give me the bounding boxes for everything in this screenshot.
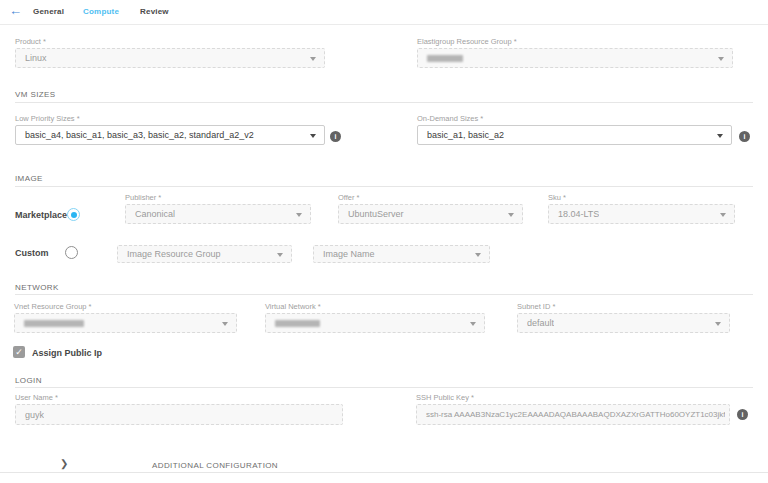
marketplace-radio[interactable] — [67, 208, 80, 221]
product-value: Linux — [25, 53, 47, 63]
login-section-title: LOGIN — [15, 376, 42, 385]
publisher-value: Canonical — [135, 209, 175, 219]
ssh-public-key-field: SSH Public Key * ssh-rsa AAAAB3NzaC1yc2E… — [416, 394, 730, 425]
assign-public-ip-checkbox[interactable]: ✓ — [13, 346, 25, 358]
image-resource-group-field: Image Resource Group — [117, 245, 292, 263]
subnet-id-field: Subnet ID * default — [517, 303, 730, 333]
virtual-network-select[interactable] — [265, 313, 485, 333]
section-divider — [15, 387, 753, 388]
custom-radio[interactable] — [65, 246, 78, 259]
chevron-down-icon — [470, 322, 476, 326]
chevron-down-icon — [475, 253, 481, 257]
elastigroup-resource-group-select[interactable] — [417, 48, 733, 68]
chevron-down-icon — [720, 213, 726, 217]
info-icon[interactable]: i — [330, 131, 341, 142]
chevron-down-icon — [715, 322, 721, 326]
virtual-network-field: Virtual Network * — [265, 303, 485, 333]
assign-public-ip-label: Assign Public Ip — [32, 348, 102, 358]
info-icon[interactable]: i — [739, 131, 750, 142]
on-demand-sizes-select[interactable]: basic_a1, basic_a2 — [417, 125, 732, 145]
section-divider — [0, 472, 768, 473]
offer-value: UbuntuServer — [348, 209, 404, 219]
low-priority-sizes-label: Low Priority Sizes * — [15, 115, 325, 123]
on-demand-sizes-value: basic_a1, basic_a2 — [427, 130, 504, 140]
subnet-id-label: Subnet ID * — [517, 303, 730, 311]
user-name-value: guyk — [25, 410, 44, 420]
wizard-tab-bar: ← General Compute Review — [0, 0, 768, 25]
on-demand-sizes-label: On-Demand Sizes * — [417, 115, 732, 123]
virtual-network-label: Virtual Network * — [265, 303, 485, 311]
image-name-select[interactable]: Image Name — [313, 245, 490, 263]
product-field: Product * Linux — [15, 38, 325, 68]
section-divider — [15, 186, 753, 187]
additional-configuration-toggle[interactable]: ADDITIONAL CONFIGURATION — [152, 461, 278, 470]
sku-label: Sku * — [548, 194, 735, 202]
chevron-down-icon — [508, 213, 514, 217]
back-arrow-icon[interactable]: ← — [9, 4, 22, 18]
elastigroup-resource-group-label: Elastigroup Resource Group * — [417, 38, 733, 46]
radio-dot — [71, 212, 77, 218]
chevron-down-icon — [296, 213, 302, 217]
ssh-public-key-input[interactable]: ssh-rsa AAAAB3NzaC1yc2EAAAADAQABAAABAQDX… — [416, 404, 730, 425]
network-section-title: NETWORK — [15, 283, 59, 292]
ssh-public-key-label: SSH Public Key * — [416, 394, 730, 402]
offer-select[interactable]: UbuntuServer — [338, 204, 523, 224]
product-label: Product * — [15, 38, 325, 46]
sku-field: Sku * 18.04-LTS — [548, 194, 735, 224]
user-name-input[interactable]: guyk — [15, 404, 343, 425]
on-demand-sizes-field: On-Demand Sizes * basic_a1, basic_a2 — [417, 115, 732, 145]
custom-row-label: Custom — [15, 248, 49, 258]
low-priority-sizes-select[interactable]: basic_a4, basic_a1, basic_a3, basic_a2, … — [15, 125, 325, 145]
publisher-field: Publisher * Canonical — [125, 194, 311, 224]
marketplace-row-label: Marketplace — [15, 210, 67, 220]
subnet-id-select[interactable]: default — [517, 313, 730, 333]
chevron-down-icon — [310, 57, 316, 61]
subnet-id-value: default — [527, 318, 554, 328]
image-resource-group-placeholder: Image Resource Group — [127, 249, 221, 259]
vnet-resource-group-field: Vnet Resource Group * — [14, 303, 237, 333]
section-divider — [15, 294, 753, 295]
redacted-value — [427, 55, 463, 62]
chevron-down-icon — [718, 57, 724, 61]
chevron-down-icon — [310, 134, 316, 138]
redacted-value — [275, 320, 320, 327]
image-resource-group-select[interactable]: Image Resource Group — [117, 245, 292, 263]
image-name-field: Image Name — [313, 245, 490, 263]
chevron-down-icon — [277, 253, 283, 257]
image-name-placeholder: Image Name — [323, 249, 375, 259]
section-divider — [15, 102, 753, 103]
redacted-value — [24, 320, 84, 327]
chevron-down-icon — [717, 134, 723, 138]
product-select[interactable]: Linux — [15, 48, 325, 68]
chevron-down-icon — [222, 322, 228, 326]
low-priority-sizes-value: basic_a4, basic_a1, basic_a3, basic_a2, … — [25, 130, 254, 140]
elastigroup-resource-group-field: Elastigroup Resource Group * — [417, 38, 733, 68]
user-name-label: User Name * — [15, 394, 343, 402]
low-priority-sizes-field: Low Priority Sizes * basic_a4, basic_a1,… — [15, 115, 325, 145]
sku-select[interactable]: 18.04-LTS — [548, 204, 735, 224]
tab-review[interactable]: Review — [140, 7, 169, 16]
sku-value: 18.04-LTS — [558, 209, 599, 219]
tab-compute[interactable]: Compute — [83, 7, 119, 16]
chevron-right-icon[interactable]: ❯ — [60, 458, 68, 469]
offer-label: Offer * — [338, 194, 523, 202]
compute-wizard-page: ← General Compute Review Product * Linux… — [0, 0, 768, 483]
publisher-label: Publisher * — [125, 194, 311, 202]
publisher-select[interactable]: Canonical — [125, 204, 311, 224]
vm-sizes-section-title: VM SIZES — [15, 90, 56, 99]
tab-general[interactable]: General — [33, 7, 64, 16]
offer-field: Offer * UbuntuServer — [338, 194, 523, 224]
info-icon[interactable]: i — [737, 409, 748, 420]
vnet-resource-group-label: Vnet Resource Group * — [14, 303, 237, 311]
image-section-title: IMAGE — [15, 174, 43, 183]
vnet-resource-group-select[interactable] — [14, 313, 237, 333]
user-name-field: User Name * guyk — [15, 394, 343, 425]
ssh-public-key-value: ssh-rsa AAAAB3NzaC1yc2EAAAADAQABAAABAQDX… — [426, 410, 725, 419]
